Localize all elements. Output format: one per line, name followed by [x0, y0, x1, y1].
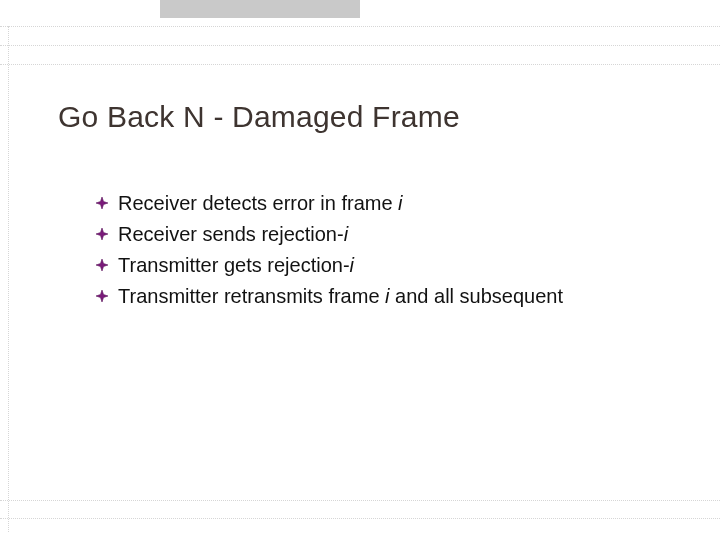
text-var: i	[398, 192, 402, 214]
list-item-text: Transmitter gets rejection-i	[118, 250, 680, 281]
list-item: Transmitter gets rejection-i	[96, 250, 680, 281]
dotted-rule	[0, 26, 720, 27]
diamond-bullet-icon	[96, 290, 108, 302]
list-item-text: Receiver sends rejection-i	[118, 219, 680, 250]
list-item: Transmitter retransmits frame i and all …	[96, 281, 680, 312]
dotted-rule	[0, 500, 720, 501]
text-pre: Receiver sends rejection-	[118, 223, 344, 245]
dotted-rule	[0, 45, 720, 46]
diamond-bullet-icon	[96, 197, 108, 209]
list-item: Receiver detects error in frame i	[96, 188, 680, 219]
text-pre: Transmitter retransmits frame	[118, 285, 385, 307]
diamond-bullet-icon	[96, 228, 108, 240]
svg-marker-0	[96, 197, 108, 209]
list-item-text: Receiver detects error in frame i	[118, 188, 680, 219]
svg-marker-4	[96, 259, 108, 271]
diamond-bullet-icon	[96, 259, 108, 271]
dotted-rule	[0, 64, 720, 65]
dotted-rule	[0, 518, 720, 519]
text-post: and all subsequent	[390, 285, 563, 307]
slide-title: Go Back N - Damaged Frame	[58, 100, 460, 134]
text-pre: Receiver detects error in frame	[118, 192, 398, 214]
text-var: i	[344, 223, 348, 245]
list-item: Receiver sends rejection-i	[96, 219, 680, 250]
svg-marker-6	[96, 290, 108, 302]
text-var: i	[350, 254, 354, 276]
slide: Go Back N - Damaged Frame Receiver detec…	[0, 0, 720, 540]
bullet-list: Receiver detects error in frame i Receiv…	[96, 188, 680, 312]
text-pre: Transmitter gets rejection-	[118, 254, 350, 276]
top-grey-bar	[160, 0, 360, 18]
dotted-column	[8, 26, 9, 532]
list-item-text: Transmitter retransmits frame i and all …	[118, 281, 680, 312]
svg-marker-2	[96, 228, 108, 240]
